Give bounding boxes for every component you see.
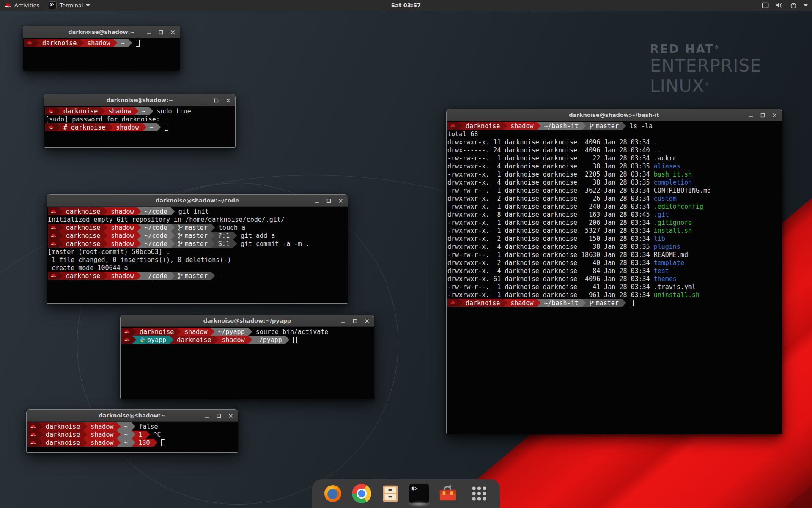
close-button[interactable] xyxy=(364,318,370,324)
terminal-content[interactable]: darknoiseshadow~/pyappsource bin/activat… xyxy=(121,327,374,399)
powerline-separator xyxy=(537,122,540,130)
terminal-output: [sudo] password for darknoise: xyxy=(45,116,160,123)
powerline-separator xyxy=(146,431,150,439)
powerline-separator xyxy=(171,207,175,215)
prompt-segment: shadow xyxy=(87,431,117,439)
redhat-prompt-icon xyxy=(48,272,59,280)
powerline-separator xyxy=(214,336,218,344)
powerline-separator xyxy=(154,439,157,447)
maximize-button[interactable] xyxy=(216,413,222,419)
file-name: themes xyxy=(654,275,677,283)
terminal-window-pyapp[interactable]: darknoise@shadow:~/pyapp darknoiseshadow… xyxy=(120,315,374,399)
terminal-output: Initialized empty Git repository in /hom… xyxy=(48,216,285,224)
powerline-separator xyxy=(38,431,42,439)
terminal-content[interactable]: darknoiseshadow~sudo true[sudo] password… xyxy=(44,106,235,147)
clock[interactable]: Sat 03:57 xyxy=(391,2,421,8)
terminal-window-home-small[interactable]: darknoise@shadow:~ darknoiseshadow~ xyxy=(23,26,180,71)
powerline-separator xyxy=(137,207,141,215)
maximize-button[interactable] xyxy=(158,29,164,35)
powerline-separator xyxy=(622,299,626,307)
prompt-segment: ~/code xyxy=(141,207,170,215)
prompt-segment: ~ xyxy=(117,39,128,47)
dock: $> xyxy=(312,479,500,508)
power-icon[interactable] xyxy=(790,2,797,9)
prompt-segment: darknoise xyxy=(63,240,104,248)
terminal-icon[interactable]: $> xyxy=(409,484,429,503)
powerline-separator xyxy=(143,123,146,131)
window-titlebar[interactable]: darknoise@shadow:~/pyapp xyxy=(121,315,374,327)
prompt-segment: pyapp xyxy=(136,336,170,344)
terminal-window-exitcodes[interactable]: darknoise@shadow:~ darknoiseshadow~false… xyxy=(26,409,238,453)
window-titlebar[interactable]: darknoise@shadow:~ xyxy=(23,26,180,38)
file-attributes: drwx------. 24 darknoise darknoise 4096 … xyxy=(447,146,654,154)
file-name: bash_it.sh xyxy=(654,171,692,178)
powerline-separator xyxy=(104,240,107,248)
close-button[interactable] xyxy=(225,97,231,103)
terminal-content[interactable]: darknoiseshadow~/codegit initInitialized… xyxy=(47,207,348,303)
prompt-segment: master xyxy=(175,240,211,248)
toolbox-icon[interactable] xyxy=(438,484,458,503)
window-titlebar[interactable]: darknoise@shadow:~/code xyxy=(47,195,348,207)
maximize-button[interactable] xyxy=(326,198,332,204)
window-titlebar[interactable]: darknoise@shadow:~ xyxy=(27,410,238,422)
file-attributes: -rw-rw-r--. 1 darknoise darknoise 22 Jan… xyxy=(447,155,654,162)
terminal-content[interactable]: darknoiseshadow~ xyxy=(23,38,180,71)
files-icon[interactable] xyxy=(381,484,400,503)
volume-icon[interactable] xyxy=(776,2,783,8)
terminal-content[interactable]: darknoiseshadow~/bash-itmasterls -latota… xyxy=(447,121,782,434)
file-name: .git xyxy=(654,211,669,218)
maximize-button[interactable] xyxy=(760,112,765,118)
prompt-segment: shadow xyxy=(218,336,248,344)
close-button[interactable] xyxy=(771,112,777,118)
powerline-separator xyxy=(171,240,175,248)
maximize-button[interactable] xyxy=(352,318,358,324)
close-button[interactable] xyxy=(170,29,176,35)
terminal-line: -rw-rw-r--. 1 darknoise darknoise 3622 J… xyxy=(447,186,782,194)
powerline-separator xyxy=(157,123,161,131)
redhat-prompt-icon xyxy=(48,224,59,232)
chevron-down-icon[interactable] xyxy=(804,4,808,6)
terminal-window-sudo[interactable]: darknoise@shadow:~ darknoiseshadow~sudo … xyxy=(44,94,236,148)
minimize-button[interactable] xyxy=(146,29,152,35)
prompt-segment: ~/bash-it xyxy=(540,122,582,130)
file-name: . xyxy=(654,138,658,146)
terminal-line: darknoiseshadow~/codemaster?:1git add a xyxy=(48,232,348,240)
terminal-cursor xyxy=(165,124,168,131)
window-titlebar[interactable]: darknoise@shadow:~ xyxy=(44,94,235,106)
show-apps-icon[interactable] xyxy=(469,484,489,503)
minimize-button[interactable] xyxy=(340,318,346,324)
branch-icon xyxy=(178,233,183,239)
minimize-button[interactable] xyxy=(748,112,754,118)
app-menu-terminal[interactable]: $> Terminal xyxy=(49,1,90,9)
terminal-cursor xyxy=(293,337,297,343)
maximize-button[interactable] xyxy=(213,97,219,103)
hat-icon xyxy=(50,225,56,230)
terminal-content[interactable]: darknoiseshadow~falsedarknoiseshadow~1^C… xyxy=(27,422,238,452)
display-icon[interactable] xyxy=(762,2,769,8)
activities-button[interactable]: Activities xyxy=(4,2,39,8)
terminal-line: [master (root-commit) 50bcb63] . xyxy=(48,248,348,256)
terminal-line: 1 file changed, 0 insertions(+), 0 delet… xyxy=(48,256,348,264)
firefox-icon[interactable] xyxy=(323,484,343,503)
close-button[interactable] xyxy=(228,413,233,419)
prompt-segment: darknoise xyxy=(462,122,503,130)
minimize-button[interactable] xyxy=(201,97,207,103)
terminal-line: # darknoiseshadow~ xyxy=(45,123,235,131)
file-name: CONTRIBUTING.md xyxy=(654,187,711,194)
terminal-line: -rwxrwxr-x. 1 darknoise darknoise 206 Ja… xyxy=(447,218,782,226)
close-button[interactable] xyxy=(337,198,343,204)
file-attributes: -rwxrwxr-x. 1 darknoise darknoise 5327 J… xyxy=(447,227,654,235)
prompt-segment: shadow xyxy=(87,439,117,447)
chrome-icon[interactable] xyxy=(352,484,371,503)
prompt-segment: ~/code xyxy=(141,232,170,240)
minimize-button[interactable] xyxy=(314,198,320,204)
powerline-separator xyxy=(35,39,39,47)
file-attributes: drwxrwxr-x. 2 darknoise darknoise 26 Jan… xyxy=(447,195,654,202)
window-titlebar[interactable]: darknoise@shadow:~/bash-it xyxy=(447,109,782,121)
powerline-separator xyxy=(503,299,507,307)
minimize-button[interactable] xyxy=(204,413,210,419)
prompt-segment: ~/pyapp xyxy=(214,328,248,336)
terminal-line: drwxrwxr-x. 2 darknoise darknoise 150 Ja… xyxy=(447,235,782,243)
terminal-window-code[interactable]: darknoise@shadow:~/code darknoiseshadow~… xyxy=(47,194,348,304)
terminal-window-bash-it[interactable]: darknoise@shadow:~/bash-it darknoiseshad… xyxy=(446,109,782,434)
